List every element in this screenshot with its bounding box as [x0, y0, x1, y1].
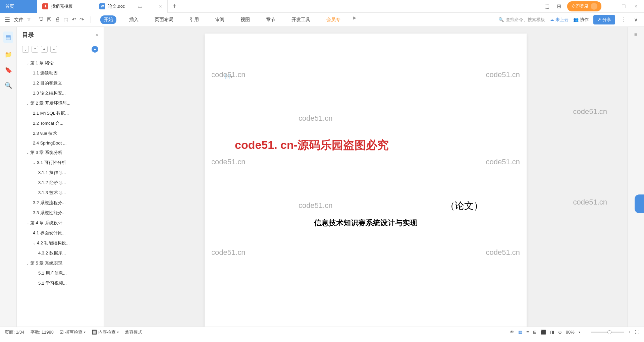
collab-button[interactable]: 👥 协作: [573, 17, 589, 23]
ribbon-more-icon[interactable]: ▶: [353, 15, 356, 24]
expand-all-icon[interactable]: ⌃: [32, 46, 38, 53]
close-button[interactable]: ×: [633, 2, 639, 10]
outline-item[interactable]: ⌄第 3 章 系统分析: [17, 148, 104, 158]
outline-item-label: 3.1.1 操作可...: [38, 170, 66, 176]
folder-icon[interactable]: 📁: [5, 51, 12, 58]
zoom-out-icon[interactable]: −: [584, 330, 587, 335]
add-item-icon[interactable]: +: [41, 46, 48, 53]
eye-icon[interactable]: 👁: [510, 330, 514, 335]
ribbon-tab-review[interactable]: 审阅: [212, 15, 228, 24]
share-button[interactable]: ↗ 分享: [593, 15, 615, 24]
save-icon[interactable]: 🖫: [38, 16, 44, 23]
remove-item-icon[interactable]: −: [50, 46, 57, 53]
menu-icon[interactable]: ☰: [5, 16, 10, 23]
outline-item[interactable]: 4.1 界面设计原...: [17, 228, 104, 238]
ribbon-tab-insert[interactable]: 插入: [126, 15, 142, 24]
outline-item[interactable]: ⌄第 4 章 系统设计: [17, 218, 104, 228]
outline-item[interactable]: 2.4 SpringBoot ...: [17, 138, 104, 148]
zoom-thumb[interactable]: [607, 330, 611, 334]
tab-document[interactable]: W 论文.doc ▭ ×: [94, 0, 168, 13]
ribbon-tab-reference[interactable]: 引用: [186, 15, 202, 24]
outline-item[interactable]: ⌄第 5 章 系统实现: [17, 258, 104, 268]
tab-template[interactable]: ✦ 找稻壳模板: [37, 0, 94, 13]
zoom-dropdown-icon[interactable]: ▾: [579, 330, 580, 334]
outline-item[interactable]: 3.1.2 经济可...: [17, 178, 104, 188]
view-web-icon[interactable]: ⊞: [533, 330, 537, 335]
outline-item[interactable]: 2.1 MYSQL 数据...: [17, 108, 104, 118]
outline-item[interactable]: 3.1.3 技术可...: [17, 188, 104, 198]
tab-screen-icon[interactable]: ▭: [138, 3, 143, 9]
outline-item[interactable]: 4.3.2 数据库...: [17, 248, 104, 258]
outline-item[interactable]: 3.2 系统流程分...: [17, 198, 104, 208]
apps-icon[interactable]: ⊞: [555, 2, 562, 11]
outline-item[interactable]: 5.1 用户信息...: [17, 268, 104, 278]
rightbar-toggle-icon[interactable]: ≡: [628, 27, 644, 42]
outline-item[interactable]: 3.1.1 操作可...: [17, 168, 104, 178]
outline-item[interactable]: 1.2 目的和意义: [17, 78, 104, 88]
preview-icon[interactable]: ◲: [63, 16, 68, 23]
status-words[interactable]: 字数: 11988: [31, 329, 54, 335]
outline-item[interactable]: 1.3 论文结构安...: [17, 88, 104, 98]
collapse-icon[interactable]: ∨: [633, 15, 639, 24]
ribbon-tab-view[interactable]: 视图: [237, 15, 253, 24]
tab-close-icon[interactable]: ×: [159, 3, 162, 9]
document-area[interactable]: 📄▾ code51.cn code51.cn code51.cn code51.…: [104, 27, 627, 327]
zoom-slider[interactable]: [591, 332, 624, 333]
outline-item[interactable]: 2.2 Tomcat 介...: [17, 118, 104, 128]
tab-add-button[interactable]: +: [168, 2, 181, 10]
ribbon-tabs: 开始 插入 页面布局 引用 审阅 视图 章节 开发工具 会员专 ▶: [100, 15, 356, 24]
cloud-button[interactable]: ☁ 未上云: [550, 17, 569, 23]
view-read-icon[interactable]: ⬛: [541, 330, 546, 335]
outline-icon[interactable]: ▤: [3, 32, 13, 43]
watermark: code51.cn: [573, 107, 607, 116]
more-icon[interactable]: ⋮: [620, 15, 628, 24]
ribbon-tab-layout[interactable]: 页面布局: [151, 15, 177, 24]
file-dropdown-icon[interactable]: ▽: [28, 17, 30, 22]
login-button[interactable]: 立即登录: [567, 1, 601, 11]
redo-icon[interactable]: ↷: [79, 16, 84, 23]
search-box[interactable]: 🔍 查找命令、搜索模板: [498, 17, 545, 23]
export-icon[interactable]: ⇱: [47, 16, 51, 23]
watermark: code51.cn: [486, 158, 520, 166]
outline-item[interactable]: 2.3 vue 技术: [17, 128, 104, 138]
maximize-button[interactable]: ☐: [620, 2, 628, 10]
outline-item[interactable]: 3.3 系统性能分...: [17, 208, 104, 218]
status-spellcheck[interactable]: ☑拼写检查▾: [60, 329, 86, 335]
cloud-label: 未上云: [555, 17, 569, 23]
zoom-in-icon[interactable]: +: [628, 330, 631, 335]
fullscreen-icon[interactable]: ⛶: [635, 330, 639, 335]
float-tab[interactable]: [635, 194, 644, 213]
outline-item[interactable]: ⌄第 2 章 开发环境与...: [17, 98, 104, 108]
outline-item[interactable]: ⌄4.2 功能结构设...: [17, 238, 104, 248]
find-icon[interactable]: 🔍: [5, 82, 12, 89]
outline-item-label: 4.1 界面设计原...: [33, 230, 66, 236]
outline-item[interactable]: ⌄3.1 可行性分析: [17, 158, 104, 168]
file-menu[interactable]: 文件: [14, 17, 23, 23]
outline-item[interactable]: 1.1 选题动因: [17, 68, 104, 78]
status-compat[interactable]: 兼容模式: [125, 329, 142, 335]
bookmark-icon[interactable]: 🔖: [5, 66, 12, 74]
layout-icon[interactable]: ⬚: [543, 2, 551, 11]
view-page-icon[interactable]: ▦: [518, 330, 522, 335]
status-page[interactable]: 页面: 1/34: [5, 329, 24, 335]
outline-item[interactable]: ⌄第 1 章 绪论: [17, 58, 104, 68]
ribbon-tab-dev[interactable]: 开发工具: [288, 15, 314, 24]
sync-icon[interactable]: ●: [92, 46, 98, 53]
ribbon-tab-start[interactable]: 开始: [100, 15, 116, 24]
view-outline-icon[interactable]: ≡: [526, 330, 529, 335]
zoom-label[interactable]: 80%: [566, 330, 575, 335]
ribbon-tab-member[interactable]: 会员专: [323, 15, 344, 24]
outline-item[interactable]: 5.2 学习视频...: [17, 278, 104, 288]
zoom-reset-icon[interactable]: ⊙: [558, 330, 562, 335]
status-content-check[interactable]: 🔲内容检查▾: [92, 329, 119, 335]
tab-home[interactable]: 首页: [0, 0, 37, 13]
collapse-all-icon[interactable]: ⌄: [22, 46, 29, 53]
print-icon[interactable]: 🖨: [55, 16, 60, 23]
outline-tree: ⌄第 1 章 绪论1.1 选题动因1.2 目的和意义1.3 论文结构安...⌄第…: [17, 55, 104, 327]
ribbon-tab-chapter[interactable]: 章节: [263, 15, 279, 24]
undo-icon[interactable]: ↶: [72, 16, 76, 23]
outline-close-icon[interactable]: ×: [96, 32, 98, 38]
view-focus-icon[interactable]: ◨: [550, 330, 554, 335]
minimize-button[interactable]: —: [606, 2, 615, 10]
chevron-down-icon: ⌄: [33, 161, 36, 165]
